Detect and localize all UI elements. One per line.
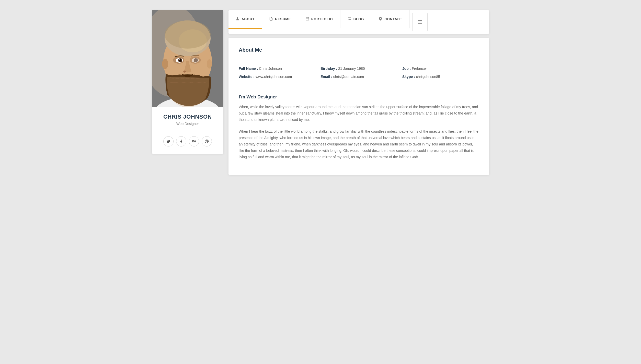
birthday-value: 21 January 1985 [338, 66, 365, 71]
nav-contact[interactable]: CONTACT [371, 10, 410, 29]
nav-contact-label: CONTACT [384, 17, 402, 21]
profile-photo [152, 10, 223, 107]
nav-resume-label: RESUME [275, 17, 291, 21]
email-field: Email : chris@domain.com [320, 75, 397, 79]
dribbble-button[interactable] [202, 136, 212, 146]
behance-button[interactable]: Bē [189, 136, 199, 146]
skype-label: Skype : [402, 75, 415, 79]
about-title: About Me [239, 47, 479, 53]
birthday-field: Birthday : 21 January 1985 [320, 66, 397, 71]
menu-button[interactable] [412, 13, 428, 31]
resume-icon [269, 17, 273, 21]
portfolio-icon [305, 17, 309, 21]
facebook-button[interactable] [176, 136, 186, 146]
profile-title: Web Designer [156, 122, 219, 126]
website-field: Website : www.chrisjohnson.com [239, 75, 315, 79]
blog-icon [348, 17, 351, 21]
main-content: ABOUT RESUME PORTFOLIO BLOG [228, 10, 489, 175]
svg-point-13 [179, 59, 180, 60]
about-card: About Me Full Name : Chris Johnson Birth… [228, 38, 489, 175]
social-links: Bē [156, 136, 219, 146]
contact-icon [379, 17, 382, 21]
sidebar: CHRIS JOHNSON Web Designer Bē [152, 10, 223, 154]
twitter-button[interactable] [163, 136, 174, 146]
info-divider-top [228, 59, 489, 59]
nav-blog[interactable]: BLOG [340, 10, 372, 29]
skype-value: chrisjohnson85 [416, 75, 440, 79]
nav-blog-label: BLOG [353, 17, 364, 21]
nav-about-label: ABOUT [242, 17, 255, 21]
about-icon [236, 17, 239, 21]
nav-portfolio-label: PORTFOLIO [311, 17, 333, 21]
svg-point-12 [179, 59, 181, 62]
svg-point-16 [183, 71, 186, 73]
job-label: Job : [402, 66, 411, 71]
birthday-label: Birthday : [320, 66, 337, 71]
svg-point-22 [380, 18, 381, 19]
svg-point-20 [237, 17, 238, 18]
full-name-label: Full Name : [239, 66, 258, 71]
bio-paragraph-1: When, while the lovely valley teems with… [239, 104, 479, 123]
nav-resume[interactable]: RESUME [262, 10, 298, 29]
info-divider-bottom [228, 86, 489, 86]
sidebar-divider [156, 131, 219, 131]
svg-point-7 [165, 20, 211, 49]
email-label: Email : [320, 75, 332, 79]
website-value: www.chrisjohnson.com [256, 75, 292, 79]
bio-paragraph-2: When I hear the buzz of the little world… [239, 128, 479, 161]
email-value: chris@domain.com [333, 75, 364, 79]
svg-point-17 [162, 59, 168, 69]
svg-rect-21 [306, 17, 309, 20]
job-field: Job : Frelancer [402, 66, 479, 71]
svg-point-18 [207, 59, 212, 69]
skype-field: Skype : chrisjohnson85 [402, 75, 479, 79]
nav-bar: ABOUT RESUME PORTFOLIO BLOG [228, 10, 489, 34]
profile-name: CHRIS JOHNSON [156, 113, 219, 120]
full-name-value: Chris Johnson [259, 66, 282, 71]
page-wrapper: CHRIS JOHNSON Web Designer Bē [152, 10, 489, 175]
nav-about[interactable]: ABOUT [228, 10, 262, 29]
website-label: Website : [239, 75, 255, 79]
svg-point-15 [194, 58, 198, 62]
job-value: Frelancer [412, 66, 427, 71]
info-grid: Full Name : Chris Johnson Birthday : 21 … [239, 66, 479, 79]
full-name-field: Full Name : Chris Johnson [239, 66, 315, 71]
bio-title: I'm Web Designer [239, 94, 479, 100]
sidebar-info: CHRIS JOHNSON Web Designer Bē [152, 107, 223, 154]
nav-portfolio[interactable]: PORTFOLIO [298, 10, 340, 29]
